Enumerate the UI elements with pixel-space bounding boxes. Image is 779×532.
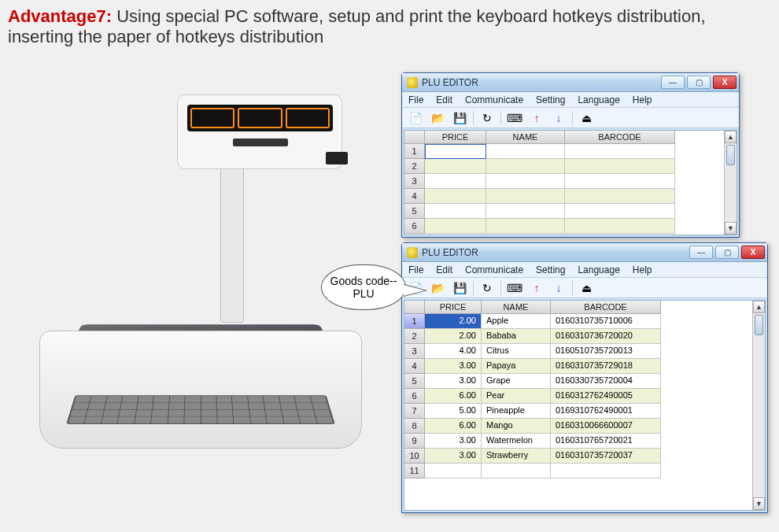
grid-cell[interactable]: Citrus [482, 344, 551, 359]
grid-cell[interactable] [425, 174, 486, 189]
grid-cell[interactable] [565, 204, 675, 219]
row-header[interactable]: 3 [404, 174, 425, 189]
row-header[interactable]: 2 [404, 329, 425, 344]
close-button[interactable]: X [713, 76, 737, 89]
grid-cell[interactable]: 4.00 [425, 344, 482, 359]
exit-icon[interactable]: ⏏ [578, 280, 595, 296]
down-icon[interactable]: ↓ [550, 280, 567, 296]
open-icon[interactable]: 📂 [429, 110, 446, 126]
menu-language[interactable]: Language [578, 94, 619, 105]
grid-cell[interactable] [425, 144, 486, 159]
menu-file[interactable]: File [408, 264, 423, 275]
grid-cell[interactable]: 0160330735720004 [551, 374, 661, 389]
grid-cell[interactable]: 6.00 [425, 389, 482, 404]
grid-cell[interactable]: Papaya [482, 359, 551, 374]
column-header[interactable]: PRICE [425, 131, 486, 144]
grid-cell[interactable]: 0160310735710006 [551, 314, 661, 329]
scroll-down-icon[interactable]: ▼ [753, 497, 765, 510]
grid-cell[interactable]: 0160310066600007 [551, 419, 661, 434]
menu-setting[interactable]: Setting [536, 264, 565, 275]
row-header[interactable]: 5 [404, 374, 425, 389]
grid-cell[interactable] [565, 159, 675, 174]
column-header[interactable]: NAME [482, 301, 551, 314]
grid-cell[interactable]: 2.00 [425, 329, 482, 344]
refresh-icon[interactable]: ↻ [478, 110, 496, 126]
grid-cell[interactable] [486, 189, 565, 204]
refresh-icon[interactable]: ↻ [478, 280, 496, 296]
grid-cell[interactable] [565, 219, 675, 234]
hotkey-icon[interactable]: ⌨ [506, 110, 523, 126]
menu-file[interactable]: File [408, 94, 423, 105]
grid-cell[interactable] [486, 174, 565, 189]
minimize-button[interactable]: — [661, 76, 685, 89]
grid-cell[interactable] [565, 144, 675, 159]
grid-cell[interactable]: 3.00 [425, 449, 482, 464]
grid-cell[interactable]: 0169310762490001 [551, 404, 661, 419]
grid-cell[interactable] [425, 219, 486, 234]
grid-cell[interactable] [425, 464, 482, 478]
grid-cell[interactable] [425, 204, 486, 219]
grid-cell[interactable]: 0160310736720020 [551, 329, 661, 344]
row-header[interactable]: 2 [404, 159, 425, 174]
grid-cell[interactable] [486, 144, 565, 159]
up-icon[interactable]: ↑ [528, 110, 545, 126]
menu-edit[interactable]: Edit [436, 264, 452, 275]
row-header[interactable]: 3 [404, 344, 425, 359]
grid-cell[interactable]: Bababa [482, 329, 551, 344]
grid-cell[interactable] [425, 189, 486, 204]
column-header[interactable]: PRICE [425, 301, 482, 314]
maximize-button[interactable]: ▢ [687, 76, 711, 89]
up-icon[interactable]: ↑ [528, 280, 545, 296]
maximize-button[interactable]: ▢ [715, 246, 739, 259]
scroll-down-icon[interactable]: ▼ [725, 222, 737, 235]
grid-cell[interactable]: Strawberry [482, 449, 551, 464]
vertical-scrollbar[interactable]: ▲ ▼ [752, 301, 765, 510]
row-header[interactable]: 1 [404, 314, 425, 329]
grid-cell[interactable]: 0160310735720037 [551, 449, 661, 464]
hotkey-icon[interactable]: ⌨ [506, 280, 523, 296]
new-icon[interactable]: 📄 [407, 110, 424, 126]
grid-cell[interactable] [486, 219, 565, 234]
row-header[interactable]: 4 [404, 359, 425, 374]
grid-cell[interactable]: 0160310735729018 [551, 359, 661, 374]
grid-cell[interactable] [486, 204, 565, 219]
row-header[interactable]: 10 [404, 449, 425, 464]
menu-edit[interactable]: Edit [436, 94, 452, 105]
vertical-scrollbar[interactable]: ▲ ▼ [724, 131, 737, 235]
grid-cell[interactable] [425, 159, 486, 174]
save-icon[interactable]: 💾 [451, 280, 468, 296]
grid-cell[interactable]: 2.00 [425, 314, 482, 329]
row-header[interactable]: 5 [404, 204, 425, 219]
row-header[interactable]: 6 [404, 389, 425, 404]
grid-cell[interactable]: Watermelon [482, 434, 551, 449]
titlebar[interactable]: PLU EDITOR — ▢ X [402, 243, 767, 262]
grid-cell[interactable] [565, 189, 675, 204]
row-header[interactable]: 8 [404, 419, 425, 434]
menu-help[interactable]: Help [633, 94, 652, 105]
titlebar[interactable]: PLU EDITOR — ▢ X [402, 73, 739, 92]
grid-cell[interactable] [551, 464, 661, 478]
data-grid[interactable]: PRICENAMEBARCODE123456 ▲ ▼ [404, 130, 737, 235]
grid-cell[interactable] [482, 464, 551, 478]
column-header[interactable]: BARCODE [551, 301, 661, 314]
menu-help[interactable]: Help [633, 264, 652, 275]
grid-cell[interactable]: Pear [482, 389, 551, 404]
corner-header[interactable] [404, 131, 425, 144]
exit-icon[interactable]: ⏏ [578, 110, 595, 126]
scroll-up-icon[interactable]: ▲ [753, 301, 765, 313]
save-icon[interactable]: 💾 [451, 110, 468, 126]
grid-cell[interactable]: Grape [482, 374, 551, 389]
scroll-up-icon[interactable]: ▲ [725, 131, 737, 143]
menu-language[interactable]: Language [578, 264, 619, 275]
scroll-thumb[interactable] [726, 145, 735, 165]
row-header[interactable]: 11 [404, 464, 425, 478]
grid-cell[interactable]: 6.00 [425, 419, 482, 434]
grid-cell[interactable]: 3.00 [425, 434, 482, 449]
grid-cell[interactable]: 0160510735720013 [551, 344, 661, 359]
column-header[interactable]: NAME [486, 131, 565, 144]
scroll-thumb[interactable] [755, 315, 763, 335]
row-header[interactable]: 4 [404, 189, 425, 204]
row-header[interactable]: 6 [404, 219, 425, 234]
grid-cell[interactable]: 0160310765720021 [551, 434, 661, 449]
close-button[interactable]: X [741, 246, 765, 259]
